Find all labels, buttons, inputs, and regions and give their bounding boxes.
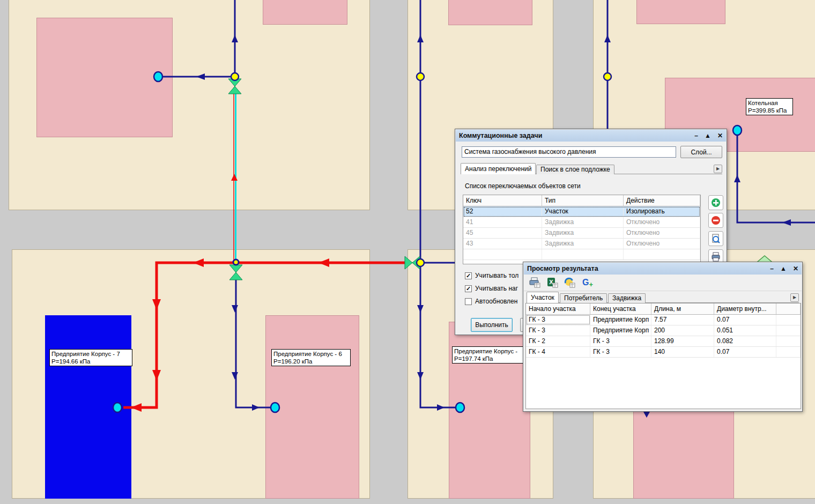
print-report-button[interactable] bbox=[528, 277, 541, 288]
table-row[interactable]: 41 Задвижка Отключено bbox=[463, 217, 700, 228]
col-length[interactable]: Длина, м bbox=[651, 303, 714, 314]
cell[interactable]: 0.07 bbox=[714, 315, 776, 325]
junction-node[interactable] bbox=[231, 73, 239, 80]
close-icon[interactable]: ✕ bbox=[793, 265, 798, 272]
cell-action[interactable]: Изолировать bbox=[624, 206, 700, 217]
minimize-icon[interactable]: – bbox=[770, 265, 774, 272]
checkbox-row[interactable]: Автообновлен bbox=[465, 298, 517, 305]
tab-scroll-right-icon[interactable]: ▶ bbox=[790, 293, 799, 302]
pipe[interactable] bbox=[236, 277, 271, 407]
cell[interactable]: ГК - 2 bbox=[526, 336, 590, 346]
cell-type[interactable]: Участок bbox=[542, 206, 624, 217]
junction-node[interactable] bbox=[417, 259, 424, 266]
window-title: Просмотр результата bbox=[527, 265, 598, 272]
minimize-icon[interactable]: – bbox=[694, 132, 698, 139]
pipe[interactable] bbox=[737, 134, 815, 223]
table-row[interactable]: ГК - 3 Предприятие Корп 7.57 0.07 bbox=[526, 315, 801, 325]
cell-type[interactable]: Задвижка bbox=[542, 239, 624, 249]
cell[interactable]: Предприятие Корп bbox=[590, 315, 651, 325]
checkbox-label: Автообновлен bbox=[475, 298, 517, 305]
table-row[interactable]: ГК - 3 Предприятие Корп 200 0.051 bbox=[526, 325, 801, 336]
layer-button[interactable]: Слой... bbox=[680, 146, 722, 158]
disconnected-path[interactable] bbox=[123, 263, 408, 407]
maximize-icon[interactable]: ▲ bbox=[780, 265, 787, 272]
col-segment-start[interactable]: Начало участка bbox=[526, 303, 590, 314]
g-plus-icon: + bbox=[589, 280, 593, 288]
html-report-button[interactable] bbox=[564, 277, 576, 288]
export-excel-button[interactable]: X bbox=[546, 277, 559, 288]
cell[interactable]: 128.99 bbox=[651, 336, 714, 346]
close-icon[interactable]: ✕ bbox=[717, 132, 723, 139]
table-header[interactable]: Ключ Тип Действие bbox=[463, 195, 700, 206]
cell[interactable]: ГК - 4 bbox=[526, 347, 590, 357]
table-header[interactable]: Начало участка Конец участка Длина, м Ди… bbox=[526, 303, 801, 315]
g-plus-icon: G bbox=[582, 278, 589, 287]
table-row[interactable]: 45 Задвижка Отключено bbox=[463, 228, 700, 239]
cell[interactable]: ГК - 3 bbox=[526, 325, 590, 336]
consumer-node-korpus-7[interactable] bbox=[113, 403, 122, 412]
tab-switch-analysis[interactable]: Анализ переключений bbox=[461, 163, 536, 174]
table-row[interactable]: 43 Задвижка Отключено bbox=[463, 239, 700, 249]
maximize-icon[interactable]: ▲ bbox=[705, 132, 711, 139]
cell[interactable]: 140 bbox=[651, 347, 714, 357]
cell-type[interactable]: Задвижка bbox=[542, 228, 624, 238]
checkbox[interactable]: ✓ bbox=[465, 272, 472, 279]
source-node-boiler[interactable] bbox=[733, 125, 742, 135]
cell[interactable]: 7.57 bbox=[651, 315, 714, 325]
valve-icon[interactable] bbox=[229, 272, 242, 280]
junction-node[interactable] bbox=[233, 260, 239, 265]
consumer-node-korpus-6[interactable] bbox=[271, 403, 279, 412]
cell-key[interactable]: 43 bbox=[463, 239, 542, 249]
cell[interactable]: Предприятие Корп bbox=[590, 325, 651, 336]
col-type[interactable]: Тип bbox=[542, 195, 624, 206]
cell-action[interactable]: Отключено bbox=[624, 239, 700, 249]
cell-action[interactable]: Отключено bbox=[624, 217, 700, 227]
consumer-node-korpus-5[interactable] bbox=[456, 403, 464, 412]
consumer-node[interactable] bbox=[154, 72, 162, 81]
checkbox-row[interactable]: ✓ Учитывать наг bbox=[465, 285, 518, 292]
cell[interactable]: 0.051 bbox=[714, 325, 776, 336]
valve-icon[interactable] bbox=[405, 256, 412, 269]
cell-action[interactable]: Отключено bbox=[624, 228, 700, 238]
tab-consumer[interactable]: Потребитель bbox=[560, 293, 607, 303]
cell[interactable]: 0.082 bbox=[714, 336, 776, 346]
tab-valve[interactable]: Задвижка bbox=[608, 293, 646, 303]
checkbox[interactable] bbox=[465, 298, 472, 305]
cell-key[interactable]: 52 bbox=[463, 206, 542, 217]
checkbox-row[interactable]: ✓ Учитывать тол bbox=[465, 272, 518, 279]
window-titlebar[interactable]: Коммутационные задачи – ▲ ✕ bbox=[456, 130, 726, 142]
checkbox[interactable]: ✓ bbox=[465, 285, 472, 292]
cell-key[interactable]: 41 bbox=[463, 217, 542, 227]
junction-node[interactable] bbox=[417, 73, 424, 80]
cell[interactable]: ГК - 3 bbox=[526, 315, 590, 325]
cell[interactable]: ГК - 3 bbox=[590, 336, 651, 346]
junction-node[interactable] bbox=[604, 73, 611, 80]
add-button[interactable] bbox=[708, 195, 723, 210]
table-row[interactable]: ГК - 4 ГК - 3 140 0.07 bbox=[526, 347, 801, 358]
table-row[interactable]: ГК - 2 ГК - 3 128.99 0.082 bbox=[526, 336, 801, 347]
add-graph-button[interactable]: G + bbox=[581, 277, 594, 288]
preview-button[interactable] bbox=[708, 231, 723, 246]
valve-icon[interactable] bbox=[229, 265, 242, 272]
layer-name-field[interactable]: Система газоснабжения высокого давления bbox=[462, 146, 676, 158]
table-row-empty bbox=[463, 249, 700, 260]
col-segment-end[interactable]: Конец участка bbox=[590, 303, 651, 314]
cell-type[interactable]: Задвижка bbox=[542, 217, 624, 227]
col-key[interactable]: Ключ bbox=[463, 195, 542, 206]
pipe[interactable] bbox=[420, 265, 456, 407]
cell[interactable]: ГК - 3 bbox=[590, 347, 651, 357]
cell-key[interactable]: 45 bbox=[463, 228, 542, 238]
tab-segment[interactable]: Участок bbox=[527, 292, 559, 303]
table-row[interactable]: 52 Участок Изолировать bbox=[463, 206, 700, 217]
window-titlebar[interactable]: Просмотр результата – ▲ ✕ bbox=[524, 263, 802, 275]
cell[interactable]: 200 bbox=[651, 325, 714, 336]
col-action[interactable]: Действие bbox=[624, 195, 700, 206]
col-diameter[interactable]: Диаметр внутр... bbox=[714, 303, 776, 314]
tab-scroll-right-icon[interactable]: ▶ bbox=[714, 165, 722, 173]
remove-button[interactable] bbox=[708, 213, 723, 228]
label-line: Предприятие Корпус - 7 bbox=[51, 350, 130, 358]
execute-button[interactable]: Выполнить bbox=[471, 318, 513, 332]
cell[interactable]: 0.07 bbox=[714, 347, 776, 357]
tab-underlay-search[interactable]: Поиск в слое подложке bbox=[536, 165, 614, 174]
valve-icon[interactable] bbox=[228, 86, 241, 94]
